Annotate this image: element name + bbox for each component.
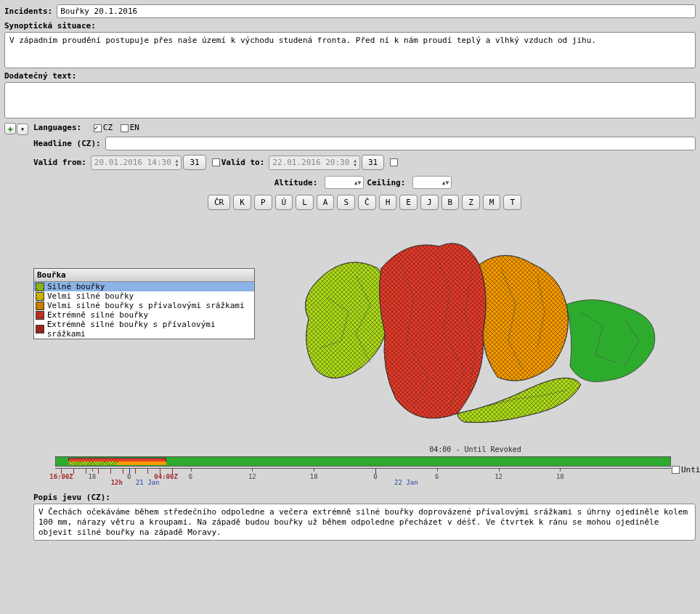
timeline-bar[interactable] — [55, 456, 671, 466]
valid-from-label: Valid from: — [33, 158, 86, 167]
timeline-tick-label: 18 — [310, 473, 318, 480]
timeline-tick — [314, 469, 314, 472]
timeline-tick — [252, 469, 253, 472]
region-button-Č[interactable]: Č — [358, 195, 376, 210]
region-button-T[interactable]: T — [503, 195, 521, 210]
timeline-tick — [86, 469, 86, 474]
valid-to-value: 22.01.2016 20:30 — [272, 158, 349, 167]
desc-label: Popis jevu (CZ): — [33, 493, 696, 502]
region-button-Z[interactable]: Z — [462, 195, 480, 210]
timeline-12h-label: 12h — [111, 479, 123, 486]
altitude-spinner[interactable]: ▲▼ — [325, 176, 364, 189]
legend-item-label: Silné bouřky — [47, 282, 105, 291]
timeline-tick — [172, 469, 173, 474]
additional-textarea[interactable] — [4, 82, 696, 118]
valid-from-value: 20.01.2016 14:30 — [94, 158, 171, 167]
legend-item[interactable]: Extrémně silné bouřky — [34, 310, 254, 320]
timeline-tick — [98, 469, 99, 474]
timeline-tick — [560, 469, 561, 472]
spinner-arrows-icon[interactable]: ▲▼ — [176, 158, 179, 167]
legend-item-label: Extrémně silné bouřky s přívalovými sráž… — [47, 320, 253, 339]
timeline-tick — [147, 469, 148, 474]
legend-item-label: Velmi silné bouřky s přívalovými srážkam… — [47, 301, 245, 310]
lang-cz-checkbox[interactable] — [94, 124, 102, 132]
timeline[interactable]: 16:00Z 04:00Z 12h 21 Jan 22 Jan 18061218… — [55, 456, 671, 484]
desc-textarea[interactable]: V Čechách očekáváme během středečního od… — [33, 504, 696, 541]
calendar-from-button[interactable]: 31 — [183, 155, 205, 170]
timeline-tick-label: 12 — [248, 473, 256, 480]
region-button-L[interactable]: L — [296, 195, 314, 210]
legend-swatch — [36, 311, 44, 320]
map-status-label: 04:00 - Until Revoked — [429, 445, 521, 453]
headline-label: Headline (CZ): — [33, 139, 101, 148]
valid-to-label: Valid to: — [221, 158, 265, 167]
timeline-tick — [160, 469, 160, 474]
region-button-Ú[interactable]: Ú — [275, 195, 293, 210]
region-button-E[interactable]: E — [399, 195, 418, 210]
region-button-H[interactable]: H — [379, 195, 397, 210]
timeline-tick — [92, 469, 93, 472]
timeline-tick — [110, 469, 111, 474]
ceiling-label: Ceiling: — [367, 178, 405, 187]
legend-item[interactable]: Velmi silné bouřky s přívalovými srážkam… — [34, 301, 254, 310]
until-revoked-checkbox[interactable] — [672, 466, 680, 474]
legend-item-label: Extrémně silné bouřky — [47, 310, 148, 320]
timeline-tick — [61, 469, 62, 474]
timeline-tick-label: 0 — [373, 473, 377, 480]
until-revoked-label: Until Revoked — [681, 465, 700, 474]
synoptic-textarea[interactable]: V západním proudění postupuje přes naše … — [4, 32, 696, 68]
timeline-tick-label: 18 — [88, 473, 96, 480]
valid-to-spinner[interactable]: 22.01.2016 20:30 ▲▼ — [269, 155, 360, 170]
legend-item[interactable]: Extrémně silné bouřky s přívalovými sráž… — [34, 320, 254, 339]
timeline-tick — [437, 469, 438, 472]
map-svg[interactable] — [283, 225, 668, 443]
calendar-to-button[interactable]: 31 — [362, 155, 384, 170]
headline-input[interactable] — [105, 137, 696, 150]
add-icon[interactable]: ✚ — [4, 123, 16, 134]
timeline-tick-label: 18 — [556, 473, 564, 480]
languages-label: Languages: — [33, 123, 81, 132]
timeline-tick — [73, 469, 74, 474]
timeline-date1: 21 Jan — [136, 479, 160, 486]
timeline-tick-label: 12 — [495, 473, 502, 480]
timeline-tick-label: 0 — [127, 473, 131, 480]
altitude-label: Altitude: — [274, 178, 318, 187]
region-buttons: ČRKPÚLASČHEJBZMT — [33, 195, 696, 210]
languages-row: Languages: CZ EN — [33, 123, 696, 132]
legend-box: Bouřka Silné bouřkyVelmi silné bouřkyVel… — [33, 268, 255, 339]
legend-swatch — [36, 292, 44, 301]
region-button-P[interactable]: P — [254, 195, 272, 210]
incidents-input[interactable] — [57, 4, 696, 18]
region-button-M[interactable]: M — [483, 195, 501, 210]
legend-item[interactable]: Silné bouřky — [34, 282, 254, 291]
spinner-arrows-icon[interactable]: ▲▼ — [354, 158, 357, 167]
region-button-J[interactable]: J — [420, 195, 439, 210]
dropdown-toggle-icon[interactable]: ▾ — [17, 124, 28, 135]
region-button-A[interactable]: A — [317, 195, 335, 210]
timeline-seg-orange — [118, 461, 167, 465]
region-button-ČR[interactable]: ČR — [208, 195, 230, 210]
timeline-date2: 22 Jan — [394, 479, 418, 486]
legend-swatch — [36, 325, 44, 334]
lang-en-checkbox[interactable] — [121, 124, 129, 132]
legend-swatch — [36, 302, 44, 310]
timeline-start-label: 16:00Z — [49, 473, 73, 480]
region-button-K[interactable]: K — [233, 195, 251, 210]
timeline-tick — [499, 469, 500, 472]
valid-from-spinner[interactable]: 20.01.2016 14:30 ▲▼ — [91, 155, 182, 170]
timeline-tick — [123, 469, 123, 474]
ceiling-spinner[interactable]: ▲▼ — [412, 176, 452, 189]
timeline-tick — [191, 469, 192, 472]
region-button-S[interactable]: S — [337, 195, 355, 210]
legend-item-label: Velmi silné bouřky — [47, 291, 134, 301]
after-valid-to-checkbox[interactable] — [390, 158, 398, 166]
synoptic-label: Synoptická situace: — [4, 21, 696, 31]
legend-item[interactable]: Velmi silné bouřky — [34, 291, 254, 301]
timeline-tick-label: 6 — [435, 473, 439, 480]
region-button-B[interactable]: B — [441, 195, 460, 210]
additional-label: Dodatečný text: — [4, 71, 696, 81]
incidents-label: Incidents: — [4, 7, 52, 16]
legend-swatch — [36, 283, 44, 291]
valid-to-enable-checkbox[interactable] — [212, 158, 220, 166]
timeline-tick-label: 6 — [189, 473, 192, 480]
